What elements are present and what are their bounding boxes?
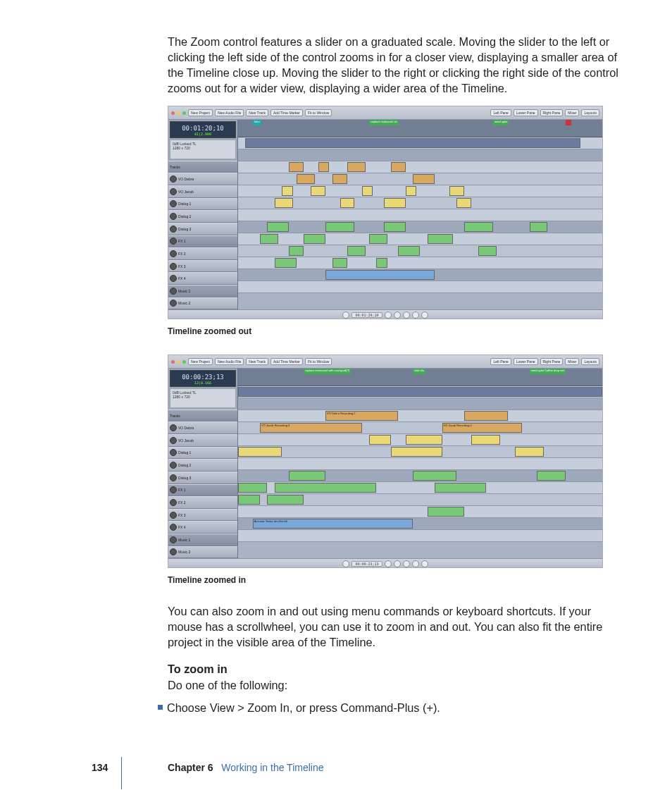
tracks-header: Tracks [168, 161, 237, 173]
toolbar-mixer: Mixer [565, 358, 579, 365]
track-header: FX 2 [168, 247, 237, 260]
lane [238, 269, 602, 281]
transport-timecode: 00:01:20;10 [351, 312, 382, 318]
tracks-header: Tracks [168, 409, 237, 422]
lane [238, 494, 602, 506]
toolbar-add-marker: Add Time Marker [270, 109, 303, 116]
toolbar-right-pane: Right Pane [540, 358, 564, 365]
knob-icon [170, 213, 177, 220]
timecode-value: 00:00:23;13 [172, 374, 234, 381]
lane [238, 506, 602, 518]
timecode-display: 00:01:20;10 41|2.000 [170, 121, 236, 138]
marker: Intro [253, 120, 261, 125]
audio-clip: VO Jacob Recording 5 [442, 423, 523, 433]
track-header: Music 2 [168, 546, 237, 559]
rewind-icon [342, 312, 349, 319]
transport-bar: 00:00:23;13 [168, 558, 602, 568]
stop-icon [394, 312, 401, 319]
knob-icon [170, 499, 177, 506]
bullet-icon [158, 705, 163, 710]
lane [238, 173, 602, 185]
screenshot-timeline-zoomed-in: New Project New Audio File New Track Add… [168, 355, 603, 568]
lane [238, 257, 602, 269]
track-header: FX 4 [168, 521, 237, 534]
task-intro: Do one of the following: [168, 677, 626, 693]
loop-icon [412, 560, 419, 567]
knob-icon [170, 424, 177, 431]
lane [238, 209, 602, 221]
track-header: Dialog 3 [168, 223, 237, 235]
lane: Acoustic Guitar dm-Gm-bb [238, 518, 602, 530]
track-header: FX 4 [168, 272, 237, 285]
toolbar-new-track: New Track [246, 109, 268, 116]
page-number: 134 [92, 762, 108, 773]
knob-icon [170, 524, 177, 531]
track-header: Dialog 1 [168, 447, 237, 460]
marker: club sfx [413, 369, 425, 374]
track-header-pane: 00:00:23;13 12|4.166 0dB Locked TL 1280 … [168, 369, 238, 558]
track-header: Dialog 1 [168, 198, 237, 211]
timeline-area: replace restaurant with courtyard(?) clu… [238, 369, 602, 558]
timecode-value: 00:01:20;10 [172, 125, 234, 132]
toolbar-layouts: Layouts [581, 358, 599, 365]
transport-timecode: 00:00:23;13 [351, 561, 382, 567]
timeline-ruler: replace restaurant with courtyard(?) clu… [238, 369, 602, 386]
knob-icon [170, 288, 177, 295]
lane [238, 482, 602, 494]
marker [566, 120, 571, 125]
lane [238, 197, 602, 209]
timecode-sub: 41|2.000 [172, 132, 234, 136]
project-info: 0dB Locked TL 1280 x 720 [170, 140, 236, 159]
track-header: VO Jacob [168, 434, 237, 447]
track-header: VO Debra [168, 421, 237, 434]
lane: VO Debra Recording 2 [238, 410, 602, 422]
zoom-icon [182, 360, 186, 364]
forward-icon [421, 560, 428, 567]
screenshot-caption-2: Timeline zoomed in [168, 575, 626, 585]
lane [238, 245, 602, 257]
knob-icon [170, 437, 177, 444]
lane [238, 446, 602, 458]
toolbar-lower-pane: Lower Pane [514, 358, 538, 365]
timeline-area: Intro replace restaurant sh need splat [238, 120, 602, 309]
toolbar-new-project: New Project [188, 109, 213, 116]
track-header-pane: 00:01:20;10 41|2.000 0dB Locked TL 1280 … [168, 120, 238, 309]
track-header: FX 2 [168, 496, 237, 509]
knob-icon [170, 275, 177, 282]
track-header: FX 1 [168, 484, 237, 497]
screenshot-caption-1: Timeline zoomed out [168, 326, 626, 336]
lane [238, 530, 602, 542]
lane [238, 398, 602, 410]
lane [238, 470, 602, 482]
knob-icon [170, 263, 177, 270]
lane [238, 281, 602, 293]
music-clip: Acoustic Guitar dm-Gm-bb [253, 519, 413, 529]
audio-clip: VO Debra Recording 2 [325, 411, 398, 421]
toolbar-left-pane: Left Pane [490, 358, 511, 365]
track-header: VO Jacob [168, 185, 237, 198]
track-header: Dialog 2 [168, 210, 237, 223]
close-icon [171, 360, 175, 364]
toolbar-new-audio: New Audio File [215, 358, 244, 365]
video-lane [238, 386, 602, 398]
footer-rule [121, 757, 122, 789]
page-footer: 134 Chapter 6 Working in the Timeline [0, 762, 672, 783]
toolbar-new-project: New Project [188, 358, 213, 365]
toolbar-layouts: Layouts [581, 109, 599, 116]
step-bullet: Choose View > Zoom In, or press Command-… [158, 700, 626, 715]
toolbar-fit-window: Fit to Window [305, 358, 332, 365]
track-header: FX 3 [168, 509, 237, 522]
play-icon [385, 312, 392, 319]
knob-icon [170, 188, 177, 195]
track-header: Dialog 2 [168, 459, 237, 472]
app-toolbar: New Project New Audio File New Track Add… [168, 355, 602, 369]
toolbar-lower-pane: Lower Pane [514, 109, 538, 116]
track-header: FX 3 [168, 260, 237, 273]
timecode-display: 00:00:23;13 12|4.166 [170, 370, 236, 387]
rewind-icon [342, 560, 349, 567]
knob-icon [170, 238, 177, 245]
chapter-number: Chapter 6 [168, 762, 213, 773]
video-lane [238, 137, 602, 149]
toolbar-fit-window: Fit to Window [305, 109, 332, 116]
track-header: FX 1 [168, 235, 237, 248]
